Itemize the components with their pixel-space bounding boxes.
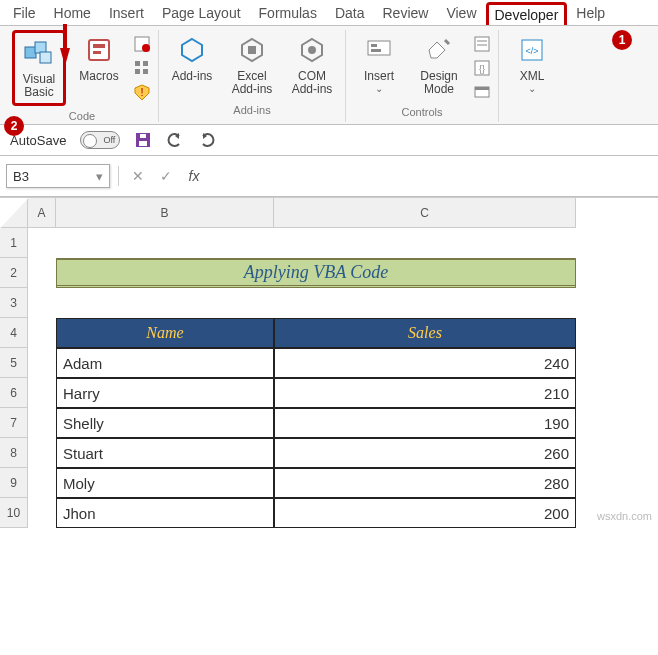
xml-button[interactable]: </> XML	[505, 30, 559, 98]
excel-addins-label: Excel Add-ins	[227, 70, 277, 96]
svg-rect-8	[135, 61, 140, 66]
tab-review[interactable]: Review	[374, 0, 438, 25]
tab-home[interactable]: Home	[45, 0, 100, 25]
tab-data[interactable]: Data	[326, 0, 374, 25]
properties-icon[interactable]	[472, 34, 492, 54]
enter-formula-icon[interactable]: ✓	[155, 168, 177, 184]
controls-insert-label: Insert	[364, 70, 394, 83]
addins-icon	[176, 34, 208, 66]
table-cell-name[interactable]: Harry	[56, 378, 274, 408]
record-macro-icon[interactable]	[132, 34, 152, 54]
row-header[interactable]: 5	[0, 348, 28, 378]
design-mode-icon	[423, 34, 455, 66]
table-header-sales[interactable]: Sales	[274, 318, 576, 348]
cell[interactable]	[28, 408, 56, 438]
cell[interactable]	[28, 228, 56, 258]
cell[interactable]	[28, 378, 56, 408]
macro-security-icon[interactable]: !	[132, 82, 152, 102]
controls-insert-icon	[363, 34, 395, 66]
autosave-toggle[interactable]: Off	[80, 131, 120, 149]
row-header[interactable]: 6	[0, 378, 28, 408]
svg-rect-4	[93, 44, 105, 48]
cell[interactable]	[274, 288, 576, 318]
save-icon[interactable]	[134, 131, 152, 149]
select-all-corner[interactable]	[0, 198, 28, 228]
run-dialog-icon[interactable]	[472, 82, 492, 102]
tab-developer[interactable]: Developer	[486, 2, 568, 25]
fx-icon[interactable]: fx	[183, 168, 205, 184]
watermark: wsxdn.com	[597, 510, 652, 522]
svg-rect-24	[475, 37, 489, 51]
col-header-c[interactable]: C	[274, 198, 576, 228]
svg-rect-11	[143, 69, 148, 74]
tab-insert[interactable]: Insert	[100, 0, 153, 25]
table-cell-name[interactable]: Stuart	[56, 438, 274, 468]
group-xml: </> XML	[499, 30, 565, 122]
undo-icon[interactable]	[166, 131, 184, 149]
view-code-icon[interactable]: {}	[472, 58, 492, 78]
table-cell-sales[interactable]: 280	[274, 468, 576, 498]
addins-button[interactable]: Add-ins	[165, 30, 219, 87]
sheet-title[interactable]: Applying VBA Code	[56, 258, 576, 288]
row-header[interactable]: 10	[0, 498, 28, 528]
tab-page-layout[interactable]: Page Layout	[153, 0, 250, 25]
cell[interactable]	[28, 258, 56, 288]
cell[interactable]	[28, 318, 56, 348]
cell[interactable]	[28, 288, 56, 318]
svg-text:{}: {}	[479, 64, 485, 74]
controls-small-buttons: {}	[472, 30, 492, 102]
table-cell-sales[interactable]: 190	[274, 408, 576, 438]
row-header[interactable]: 4	[0, 318, 28, 348]
macros-button[interactable]: Macros	[72, 30, 126, 87]
table-cell-sales[interactable]: 260	[274, 438, 576, 468]
svg-rect-1	[35, 42, 46, 53]
row-header[interactable]: 2	[0, 258, 28, 288]
cancel-formula-icon[interactable]: ✕	[127, 168, 149, 184]
table-cell-name[interactable]: Jhon	[56, 498, 274, 528]
cell[interactable]	[28, 438, 56, 468]
tab-view[interactable]: View	[437, 0, 485, 25]
tab-help[interactable]: Help	[567, 0, 614, 25]
row-header[interactable]: 7	[0, 408, 28, 438]
ribbon-tabs: File Home Insert Page Layout Formulas Da…	[0, 0, 658, 26]
cell[interactable]	[28, 498, 56, 528]
ribbon-panel: Visual Basic Macros	[0, 26, 658, 125]
cell[interactable]	[28, 468, 56, 498]
cell[interactable]	[56, 288, 274, 318]
cell[interactable]	[274, 228, 576, 258]
visual-basic-button[interactable]: Visual Basic	[12, 30, 66, 106]
tab-file[interactable]: File	[4, 0, 45, 25]
redo-icon[interactable]	[198, 131, 216, 149]
controls-insert-button[interactable]: Insert	[352, 30, 406, 98]
table-header-name[interactable]: Name	[56, 318, 274, 348]
macros-icon	[83, 34, 115, 66]
table-cell-sales[interactable]: 200	[274, 498, 576, 528]
col-header-a[interactable]: A	[28, 198, 56, 228]
col-header-b[interactable]: B	[56, 198, 274, 228]
row-header[interactable]: 8	[0, 438, 28, 468]
row-header[interactable]: 9	[0, 468, 28, 498]
table-cell-sales[interactable]: 210	[274, 378, 576, 408]
callout-arrow-icon	[60, 48, 70, 66]
row-header[interactable]: 1	[0, 228, 28, 258]
name-box-dropdown-icon[interactable]: ▾	[96, 169, 103, 184]
use-relative-refs-icon[interactable]	[132, 58, 152, 78]
com-addins-button[interactable]: COM Add-ins	[285, 30, 339, 100]
svg-line-23	[445, 40, 449, 44]
table-cell-name[interactable]: Shelly	[56, 408, 274, 438]
autosave-label: AutoSave	[10, 133, 66, 148]
name-box[interactable]: B3 ▾	[6, 164, 110, 188]
cell[interactable]	[56, 228, 274, 258]
table-cell-name[interactable]: Adam	[56, 348, 274, 378]
table-cell-sales[interactable]: 240	[274, 348, 576, 378]
tab-formulas[interactable]: Formulas	[250, 0, 326, 25]
row-header[interactable]: 3	[0, 288, 28, 318]
addins-label: Add-ins	[172, 70, 213, 83]
worksheet-grid[interactable]: A B C 1 2 Applying VBA Code 3 4 Name Sal…	[0, 197, 658, 528]
excel-addins-button[interactable]: Excel Add-ins	[225, 30, 279, 100]
macros-label: Macros	[79, 70, 118, 83]
design-mode-button[interactable]: Design Mode	[412, 30, 466, 100]
table-cell-name[interactable]: Moly	[56, 468, 274, 498]
cell[interactable]	[28, 348, 56, 378]
svg-rect-30	[475, 87, 489, 90]
